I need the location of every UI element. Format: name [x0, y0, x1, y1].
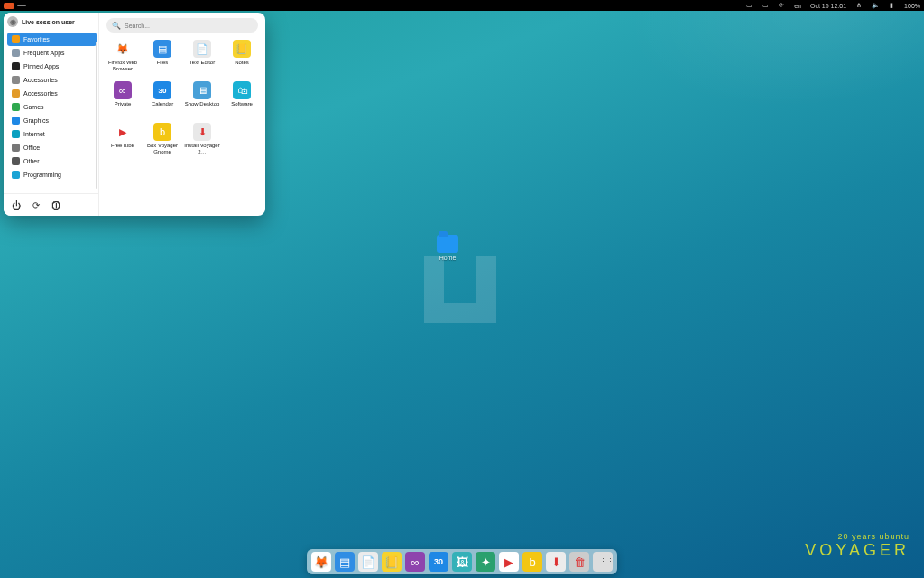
category-icon	[12, 76, 20, 84]
dock-notes[interactable]: 📒	[382, 552, 402, 572]
tray-icon-1[interactable]: ▭	[745, 2, 753, 9]
keyboard-layout[interactable]: en	[794, 3, 801, 9]
app-software[interactable]: 🛍Software	[222, 79, 262, 121]
category-label: Office	[23, 144, 40, 151]
search-box[interactable]: 🔍	[106, 18, 258, 33]
dock-textedit[interactable]: 📄	[358, 552, 378, 572]
app-boxvoy[interactable]: bBox Voyager Gnome	[143, 121, 182, 163]
firefox-icon: 🦊	[114, 40, 132, 58]
category-programming[interactable]: Programming	[7, 168, 97, 182]
app-label: Show Desktop	[185, 101, 220, 107]
app-firefox[interactable]: 🦊Firefox Web Browser	[103, 38, 143, 79]
category-accessories[interactable]: Accessories	[7, 87, 97, 100]
app-label: Text Editor	[189, 60, 215, 66]
tray-icon-2[interactable]: ▭	[762, 2, 769, 9]
category-label: Accessories	[23, 77, 58, 83]
category-label: Accessories	[23, 90, 58, 97]
category-frequent-apps[interactable]: Frequent Apps	[7, 46, 97, 60]
battery-icon[interactable]: ▮	[888, 2, 895, 9]
workspace-next[interactable]	[17, 5, 26, 6]
volume-icon[interactable]: 🔈	[872, 2, 879, 9]
dock-trash[interactable]: 🗑	[569, 552, 589, 572]
folder-icon	[437, 235, 458, 253]
dock-wall[interactable]: 🖼	[452, 552, 472, 572]
search-icon: 🔍	[112, 22, 121, 30]
category-favorites[interactable]: Favorites	[7, 33, 97, 46]
app-showdesk[interactable]: 🖥Show Desktop	[182, 79, 222, 121]
workspace-indicator[interactable]	[4, 3, 14, 9]
user-name: Live session user	[22, 19, 75, 25]
app-calendar[interactable]: 30Calendar	[143, 79, 182, 121]
app-label: Software	[231, 101, 253, 107]
dock-private[interactable]: ∞	[405, 552, 425, 572]
category-label: Programming	[23, 172, 61, 178]
logout-button[interactable]: ⟳	[31, 200, 42, 210]
dock: 🦊▤📄📒∞30🖼✦▶b⬇🗑⋮⋮⋮	[307, 549, 617, 574]
freetube-icon: ▶	[114, 123, 132, 141]
app-textedit[interactable]: 📄Text Editor	[182, 38, 222, 79]
calendar-icon: 30	[153, 81, 171, 99]
app-install[interactable]: ⬇Install Voyager 2…	[182, 121, 222, 163]
desktop-home-folder[interactable]: Home	[430, 235, 466, 261]
category-icon	[12, 35, 20, 43]
wallpaper-wave	[590, 0, 924, 152]
category-accessories[interactable]: Accessories	[7, 73, 97, 87]
category-pinned-apps[interactable]: Pinned Apps	[7, 60, 97, 73]
install-icon: ⬇	[193, 123, 211, 141]
category-other[interactable]: Other	[7, 154, 97, 168]
category-icon	[12, 130, 20, 138]
app-grid: 🦊Firefox Web Browser▤Files📄Text Editor📒N…	[99, 36, 265, 216]
category-games[interactable]: Games	[7, 100, 97, 114]
category-list: FavoritesFrequent AppsPinned AppsAccesso…	[4, 31, 98, 193]
clock[interactable]: Oct 15 12:01	[810, 3, 846, 9]
network-icon[interactable]: ⋔	[855, 2, 863, 9]
brand-watermark: 20 years ubuntu VOYAGER	[805, 532, 910, 560]
category-icon	[12, 89, 20, 98]
files-icon: ▤	[153, 40, 171, 58]
category-label: Internet	[23, 131, 45, 137]
applications-menu: ◉ Live session user FavoritesFrequent Ap…	[4, 13, 265, 216]
category-graphics[interactable]: Graphics	[7, 114, 97, 127]
category-icon	[12, 103, 20, 111]
user-row[interactable]: ◉ Live session user	[4, 13, 98, 31]
lock-button[interactable]: ⏻	[11, 200, 22, 210]
category-label: Favorites	[23, 36, 50, 42]
desktop-home-label: Home	[439, 255, 457, 261]
category-label: Other	[23, 158, 40, 164]
power-button[interactable]: ⏼	[51, 200, 61, 210]
dock-apps[interactable]: ⋮⋮⋮	[593, 552, 613, 572]
app-private[interactable]: ∞Private	[103, 79, 143, 121]
category-icon	[12, 157, 20, 165]
brand-sub: 20 years ubuntu	[805, 532, 910, 541]
brand-main: VOYAGER	[805, 541, 910, 560]
category-internet[interactable]: Internet	[7, 127, 97, 141]
category-icon	[12, 62, 20, 70]
dock-firefox[interactable]: 🦊	[311, 552, 331, 572]
textedit-icon: 📄	[193, 40, 211, 58]
app-label: Install Voyager 2…	[184, 143, 220, 154]
category-icon	[12, 171, 20, 179]
category-label: Pinned Apps	[23, 63, 59, 70]
category-label: Frequent Apps	[23, 50, 65, 56]
app-notes[interactable]: 📒Notes	[222, 38, 262, 79]
showdesk-icon: 🖥	[193, 81, 211, 99]
app-label: Firefox Web Browser	[105, 60, 141, 71]
dock-freetube[interactable]: ▶	[499, 552, 519, 572]
app-label: Files	[157, 60, 169, 66]
search-input[interactable]	[125, 23, 253, 29]
dock-calendar[interactable]: 30	[429, 552, 448, 572]
app-label: Private	[115, 101, 132, 107]
scrollbar[interactable]	[96, 42, 97, 189]
category-office[interactable]: Office	[7, 141, 97, 154]
dock-tweak[interactable]: ✦	[476, 552, 495, 572]
category-icon	[12, 117, 20, 125]
app-freetube[interactable]: ▶FreeTube	[103, 121, 143, 163]
menu-main: 🔍 🦊Firefox Web Browser▤Files📄Text Editor…	[99, 13, 265, 216]
dock-files[interactable]: ▤	[335, 552, 355, 572]
tray-icon-refresh[interactable]: ⟳	[778, 2, 785, 9]
app-files[interactable]: ▤Files	[143, 38, 182, 79]
notes-icon: 📒	[233, 40, 251, 58]
menu-sidebar: ◉ Live session user FavoritesFrequent Ap…	[4, 13, 99, 216]
dock-install[interactable]: ⬇	[546, 552, 566, 572]
dock-boxvoy[interactable]: b	[522, 552, 542, 572]
